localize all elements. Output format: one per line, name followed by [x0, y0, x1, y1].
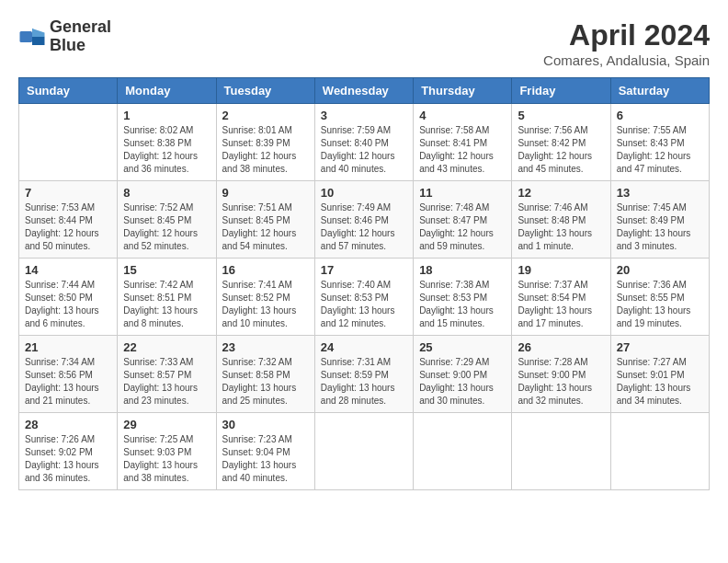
weekday-header-cell: Tuesday — [216, 78, 314, 104]
day-info: Sunrise: 7:38 AM Sunset: 8:53 PM Dayligh… — [419, 279, 506, 330]
calendar-day-cell: 10Sunrise: 7:49 AM Sunset: 8:46 PM Dayli… — [314, 181, 413, 259]
calendar-week-row: 7Sunrise: 7:53 AM Sunset: 8:44 PM Daylig… — [19, 181, 710, 259]
calendar: SundayMondayTuesdayWednesdayThursdayFrid… — [18, 77, 710, 490]
calendar-day-cell: 8Sunrise: 7:52 AM Sunset: 8:45 PM Daylig… — [118, 181, 216, 259]
day-number: 11 — [419, 186, 506, 200]
calendar-day-cell: 24Sunrise: 7:31 AM Sunset: 8:59 PM Dayli… — [314, 336, 413, 413]
header: General Blue April 2024 Comares, Andalus… — [18, 18, 710, 68]
calendar-day-cell — [512, 413, 610, 490]
day-number: 2 — [222, 109, 309, 122]
day-info: Sunrise: 7:55 AM Sunset: 8:43 PM Dayligh… — [617, 124, 703, 176]
calendar-day-cell: 12Sunrise: 7:46 AM Sunset: 8:48 PM Dayli… — [512, 181, 610, 259]
calendar-day-cell: 13Sunrise: 7:45 AM Sunset: 8:49 PM Dayli… — [610, 181, 709, 259]
day-number: 14 — [25, 263, 111, 277]
calendar-day-cell — [610, 413, 709, 490]
calendar-week-row: 14Sunrise: 7:44 AM Sunset: 8:50 PM Dayli… — [19, 259, 710, 336]
calendar-body: 1Sunrise: 8:02 AM Sunset: 8:38 PM Daylig… — [19, 104, 710, 490]
day-info: Sunrise: 7:45 AM Sunset: 8:49 PM Dayligh… — [617, 201, 703, 253]
day-number: 8 — [123, 186, 210, 200]
calendar-day-cell — [414, 413, 512, 490]
day-info: Sunrise: 7:37 AM Sunset: 8:54 PM Dayligh… — [518, 279, 604, 330]
calendar-week-row: 28Sunrise: 7:26 AM Sunset: 9:02 PM Dayli… — [19, 413, 710, 490]
calendar-day-cell: 19Sunrise: 7:37 AM Sunset: 8:54 PM Dayli… — [512, 259, 610, 336]
calendar-day-cell: 30Sunrise: 7:23 AM Sunset: 9:04 PM Dayli… — [216, 413, 314, 490]
day-info: Sunrise: 8:01 AM Sunset: 8:39 PM Dayligh… — [222, 124, 309, 176]
day-info: Sunrise: 7:40 AM Sunset: 8:53 PM Dayligh… — [321, 279, 407, 330]
weekday-header-cell: Sunday — [19, 78, 118, 104]
day-info: Sunrise: 7:58 AM Sunset: 8:41 PM Dayligh… — [419, 124, 506, 176]
day-info: Sunrise: 7:48 AM Sunset: 8:47 PM Dayligh… — [419, 201, 506, 253]
day-number: 19 — [518, 263, 604, 277]
calendar-day-cell: 29Sunrise: 7:25 AM Sunset: 9:03 PM Dayli… — [118, 413, 216, 490]
calendar-day-cell: 9Sunrise: 7:51 AM Sunset: 8:45 PM Daylig… — [216, 181, 314, 259]
day-info: Sunrise: 8:02 AM Sunset: 8:38 PM Dayligh… — [123, 124, 210, 176]
day-number: 18 — [419, 263, 506, 277]
weekday-header-row: SundayMondayTuesdayWednesdayThursdayFrid… — [19, 78, 710, 104]
weekday-header-cell: Friday — [512, 78, 610, 104]
day-info: Sunrise: 7:44 AM Sunset: 8:50 PM Dayligh… — [25, 279, 111, 330]
calendar-day-cell: 17Sunrise: 7:40 AM Sunset: 8:53 PM Dayli… — [314, 259, 413, 336]
day-number: 13 — [617, 186, 703, 200]
calendar-day-cell: 21Sunrise: 7:34 AM Sunset: 8:56 PM Dayli… — [19, 336, 118, 413]
day-number: 29 — [123, 418, 210, 431]
calendar-day-cell: 14Sunrise: 7:44 AM Sunset: 8:50 PM Dayli… — [19, 259, 118, 336]
day-info: Sunrise: 7:53 AM Sunset: 8:44 PM Dayligh… — [25, 201, 111, 253]
weekday-header-cell: Saturday — [610, 78, 709, 104]
day-info: Sunrise: 7:26 AM Sunset: 9:02 PM Dayligh… — [25, 433, 111, 485]
day-info: Sunrise: 7:49 AM Sunset: 8:46 PM Dayligh… — [321, 201, 407, 253]
day-number: 1 — [123, 109, 210, 122]
day-number: 17 — [321, 263, 407, 277]
calendar-day-cell: 7Sunrise: 7:53 AM Sunset: 8:44 PM Daylig… — [19, 181, 118, 259]
weekday-header-cell: Wednesday — [314, 78, 413, 104]
day-number: 25 — [419, 340, 506, 354]
day-number: 15 — [123, 263, 210, 277]
day-number: 16 — [222, 263, 309, 277]
day-info: Sunrise: 7:52 AM Sunset: 8:45 PM Dayligh… — [123, 201, 210, 253]
day-number: 30 — [222, 418, 309, 431]
calendar-day-cell: 2Sunrise: 8:01 AM Sunset: 8:39 PM Daylig… — [216, 104, 314, 181]
svg-rect-1 — [20, 31, 33, 42]
calendar-day-cell: 5Sunrise: 7:56 AM Sunset: 8:42 PM Daylig… — [512, 104, 610, 181]
calendar-day-cell: 18Sunrise: 7:38 AM Sunset: 8:53 PM Dayli… — [414, 259, 512, 336]
calendar-day-cell: 25Sunrise: 7:29 AM Sunset: 9:00 PM Dayli… — [414, 336, 512, 413]
title-area: April 2024 Comares, Andalusia, Spain — [543, 18, 710, 68]
day-info: Sunrise: 7:34 AM Sunset: 8:56 PM Dayligh… — [25, 356, 111, 408]
day-number: 4 — [419, 109, 506, 122]
day-number: 23 — [222, 340, 309, 354]
weekday-header-cell: Thursday — [414, 78, 512, 104]
day-number: 22 — [123, 340, 210, 354]
day-info: Sunrise: 7:32 AM Sunset: 8:58 PM Dayligh… — [222, 356, 309, 408]
day-info: Sunrise: 7:46 AM Sunset: 8:48 PM Dayligh… — [518, 201, 604, 253]
calendar-day-cell: 11Sunrise: 7:48 AM Sunset: 8:47 PM Dayli… — [414, 181, 512, 259]
day-info: Sunrise: 7:51 AM Sunset: 8:45 PM Dayligh… — [222, 201, 309, 253]
day-number: 12 — [518, 186, 604, 200]
calendar-day-cell: 1Sunrise: 8:02 AM Sunset: 8:38 PM Daylig… — [118, 104, 216, 181]
logo: General Blue — [18, 18, 111, 55]
day-info: Sunrise: 7:42 AM Sunset: 8:51 PM Dayligh… — [123, 279, 210, 330]
calendar-day-cell: 6Sunrise: 7:55 AM Sunset: 8:43 PM Daylig… — [610, 104, 709, 181]
calendar-week-row: 21Sunrise: 7:34 AM Sunset: 8:56 PM Dayli… — [19, 336, 710, 413]
day-info: Sunrise: 7:36 AM Sunset: 8:55 PM Dayligh… — [617, 279, 703, 330]
day-number: 28 — [25, 418, 111, 431]
calendar-day-cell: 27Sunrise: 7:27 AM Sunset: 9:01 PM Dayli… — [610, 336, 709, 413]
day-number: 3 — [321, 109, 407, 122]
day-info: Sunrise: 7:27 AM Sunset: 9:01 PM Dayligh… — [617, 356, 703, 408]
day-number: 6 — [617, 109, 703, 122]
logo-icon — [18, 23, 46, 51]
page-subtitle: Comares, Andalusia, Spain — [543, 52, 710, 68]
calendar-day-cell: 28Sunrise: 7:26 AM Sunset: 9:02 PM Dayli… — [19, 413, 118, 490]
day-info: Sunrise: 7:41 AM Sunset: 8:52 PM Dayligh… — [222, 279, 309, 330]
day-number: 21 — [25, 340, 111, 354]
day-info: Sunrise: 7:33 AM Sunset: 8:57 PM Dayligh… — [123, 356, 210, 408]
weekday-header-cell: Monday — [118, 78, 216, 104]
day-info: Sunrise: 7:31 AM Sunset: 8:59 PM Dayligh… — [321, 356, 407, 408]
day-info: Sunrise: 7:29 AM Sunset: 9:00 PM Dayligh… — [419, 356, 506, 408]
day-number: 9 — [222, 186, 309, 200]
logo-line2: Blue — [50, 37, 111, 55]
day-info: Sunrise: 7:28 AM Sunset: 9:00 PM Dayligh… — [518, 356, 604, 408]
day-number: 27 — [617, 340, 703, 354]
calendar-day-cell: 20Sunrise: 7:36 AM Sunset: 8:55 PM Dayli… — [610, 259, 709, 336]
calendar-day-cell: 26Sunrise: 7:28 AM Sunset: 9:00 PM Dayli… — [512, 336, 610, 413]
page-title: April 2024 — [543, 18, 710, 52]
day-number: 24 — [321, 340, 407, 354]
